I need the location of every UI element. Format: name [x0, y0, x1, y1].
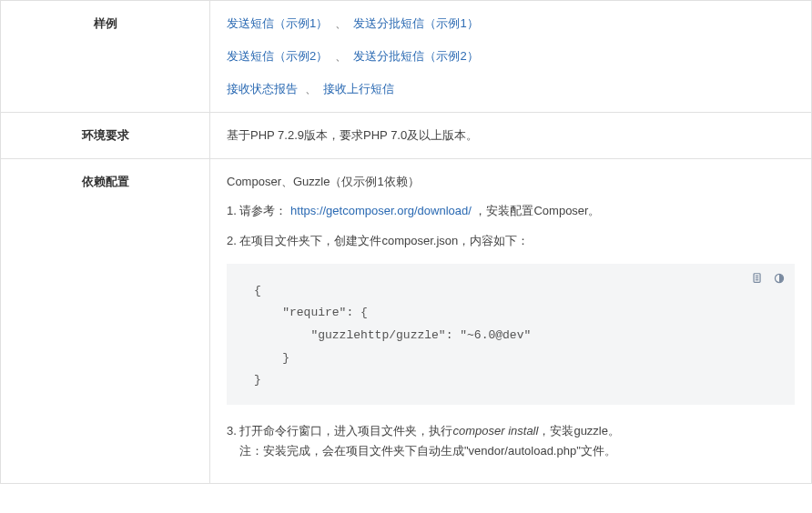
label-env: 环境要求 — [1, 113, 210, 159]
link-receive-uplink[interactable]: 接收上行短信 — [323, 82, 394, 96]
content-deps: Composer、Guzzle（仅示例1依赖） 1. 请参考： https://… — [210, 159, 812, 484]
code-toolbar — [751, 271, 786, 284]
step3-note: 注：安装完成，会在项目文件夹下自动生成"vendor/autoload.php"… — [239, 441, 795, 461]
link-composer-download[interactable]: https://getcomposer.org/download/ — [290, 204, 472, 217]
samples-line-2: 发送短信（示例2） 、 发送分批短信（示例2） — [227, 46, 795, 66]
step1-suffix: ，安装配置Composer。 — [474, 204, 600, 217]
label-deps: 依赖配置 — [1, 159, 210, 484]
separator: 、 — [335, 16, 347, 30]
row-samples: 样例 发送短信（示例1） 、 发送分批短信（示例1） 发送短信（示例2） 、 发… — [1, 1, 812, 113]
content-samples: 发送短信（示例1） 、 发送分批短信（示例1） 发送短信（示例2） 、 发送分批… — [210, 1, 812, 113]
step1-prefix: 1. 请参考： — [227, 204, 287, 217]
link-send-sms-ex1[interactable]: 发送短信（示例1） — [227, 16, 328, 30]
label-samples: 样例 — [1, 1, 210, 113]
deps-step-1: 1. 请参考： https://getcomposer.org/download… — [227, 201, 795, 221]
row-env: 环境要求 基于PHP 7.2.9版本，要求PHP 7.0及以上版本。 — [1, 113, 812, 159]
deps-step-2: 2. 在项目文件夹下，创建文件composer.json，内容如下： — [227, 231, 795, 251]
link-receive-status[interactable]: 接收状态报告 — [227, 82, 298, 96]
separator: 、 — [335, 49, 347, 63]
row-deps: 依赖配置 Composer、Guzzle（仅示例1依赖） 1. 请参考： htt… — [1, 159, 812, 484]
samples-line-3: 接收状态报告 、 接收上行短信 — [227, 79, 795, 99]
content-env: 基于PHP 7.2.9版本，要求PHP 7.0及以上版本。 — [210, 113, 812, 159]
step3-prefix: 3. 打开命令行窗口，进入项目文件夹，执行 — [227, 424, 452, 438]
copy-icon[interactable] — [751, 271, 764, 284]
code-block: { "require": { "guzzlehttp/guzzle": "~6.… — [227, 264, 795, 405]
step3-cmd: composer install — [452, 424, 538, 438]
env-text: 基于PHP 7.2.9版本，要求PHP 7.0及以上版本。 — [227, 128, 478, 142]
code-content: { "require": { "guzzlehttp/guzzle": "~6.… — [254, 280, 776, 392]
theme-toggle-icon[interactable] — [773, 271, 786, 284]
deps-intro: Composer、Guzzle（仅示例1依赖） — [227, 172, 795, 192]
doc-table: 样例 发送短信（示例1） 、 发送分批短信（示例1） 发送短信（示例2） 、 发… — [0, 0, 812, 484]
samples-line-1: 发送短信（示例1） 、 发送分批短信（示例1） — [227, 14, 795, 34]
deps-step-3: 3. 打开命令行窗口，进入项目文件夹，执行composer install，安装… — [227, 421, 795, 461]
link-send-sms-ex2[interactable]: 发送短信（示例2） — [227, 49, 328, 63]
link-send-batch-sms-ex2[interactable]: 发送分批短信（示例2） — [353, 49, 478, 63]
separator: 、 — [305, 82, 317, 96]
link-send-batch-sms-ex1[interactable]: 发送分批短信（示例1） — [353, 16, 478, 30]
step3-suffix: ，安装guzzle。 — [538, 424, 620, 438]
